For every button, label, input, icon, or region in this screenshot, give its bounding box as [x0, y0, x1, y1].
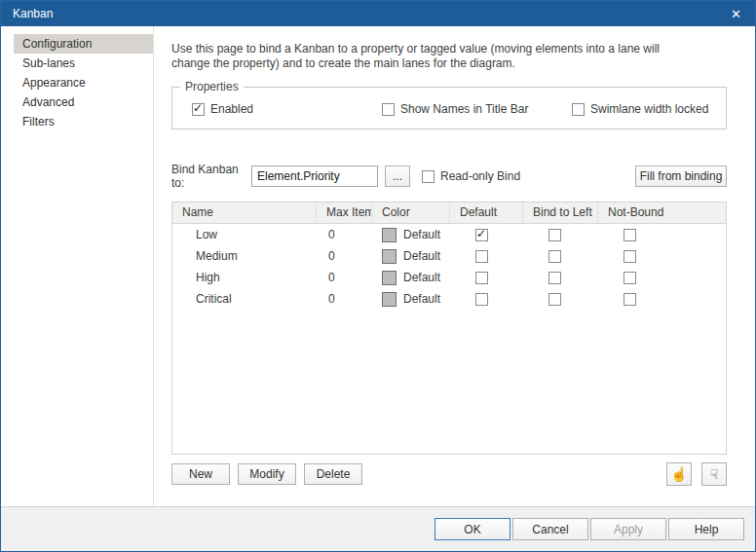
- bind-to-left-checkbox[interactable]: [548, 293, 561, 306]
- swimlane-width-locked-checkbox[interactable]: [572, 103, 585, 116]
- header-color: Color: [372, 202, 450, 223]
- color-swatch: [382, 292, 397, 307]
- default-checkbox[interactable]: [475, 250, 488, 263]
- header-default: Default: [450, 202, 523, 223]
- not-bound-checkbox[interactable]: [624, 229, 636, 241]
- color-label: Default: [403, 228, 440, 241]
- color-swatch: [382, 271, 397, 285]
- bind-kanban-label: Bind Kanban to:: [171, 163, 251, 190]
- fill-from-binding-button[interactable]: Fill from binding: [635, 166, 727, 187]
- hand-up-icon: ☝: [670, 466, 687, 482]
- lane-name: Critical: [172, 292, 317, 306]
- cancel-button[interactable]: Cancel: [512, 518, 588, 540]
- lane-name: Medium: [172, 249, 317, 263]
- read-only-bind-label: Read-only Bind: [440, 169, 520, 183]
- not-bound-checkbox[interactable]: [624, 250, 636, 263]
- hand-up-icon-button[interactable]: ☝: [666, 462, 692, 486]
- header-max-items: Max Items: [317, 202, 372, 223]
- description-line-1: Use this page to bind a Kanban to a prop…: [171, 42, 742, 56]
- enabled-checkbox-label: Enabled: [210, 102, 253, 116]
- new-button[interactable]: New: [171, 463, 230, 485]
- lane-name: High: [172, 271, 317, 284]
- lane-name: Low: [172, 228, 317, 241]
- hand-down-icon: ☟: [710, 466, 719, 482]
- header-bind-to-left: Bind to Left: [523, 202, 598, 223]
- color-swatch: [382, 228, 397, 242]
- properties-group: Properties Enabled Show Names in Title B…: [171, 87, 727, 129]
- modify-button[interactable]: Modify: [238, 463, 296, 485]
- bind-to-left-checkbox[interactable]: [548, 250, 561, 263]
- bind-to-left-checkbox[interactable]: [548, 229, 561, 241]
- sidebar-item-filters[interactable]: Filters: [14, 112, 153, 131]
- lanes-table-header: Name Max Items Color Default Bind to Lef…: [172, 202, 726, 224]
- sidebar-item-appearance[interactable]: Appearance: [14, 73, 153, 92]
- lane-max-items: 0: [317, 292, 372, 306]
- page-description: Use this page to bind a Kanban to a prop…: [171, 42, 742, 71]
- kanban-dialog: Kanban ✕ Configuration Sub-lanes Appeara…: [0, 0, 756, 552]
- sidebar-item-advanced[interactable]: Advanced: [14, 92, 153, 112]
- default-checkbox[interactable]: [475, 272, 488, 284]
- ok-button[interactable]: OK: [435, 518, 510, 540]
- default-checkbox[interactable]: [475, 293, 488, 306]
- sidebar: Configuration Sub-lanes Appearance Advan…: [1, 26, 154, 506]
- bind-kanban-row: Bind Kanban to: ... Read-only Bind Fill …: [171, 165, 727, 188]
- enabled-checkbox[interactable]: [192, 103, 205, 116]
- help-button[interactable]: Help: [668, 518, 744, 540]
- window-title: Kanban: [13, 7, 727, 20]
- header-name: Name: [172, 202, 317, 223]
- color-swatch: [382, 249, 397, 264]
- apply-button[interactable]: Apply: [590, 518, 666, 540]
- browse-button[interactable]: ...: [385, 166, 410, 187]
- show-names-checkbox[interactable]: [382, 103, 395, 116]
- show-names-checkbox-label: Show Names in Title Bar: [400, 102, 528, 116]
- color-label: Default: [403, 292, 440, 306]
- lane-actions: New Modify Delete ☝ ☟: [171, 462, 727, 486]
- close-icon[interactable]: ✕: [727, 7, 745, 21]
- delete-button[interactable]: Delete: [304, 463, 362, 485]
- sidebar-item-configuration[interactable]: Configuration: [14, 34, 153, 54]
- default-checkbox[interactable]: [475, 229, 488, 241]
- hand-down-icon-button[interactable]: ☟: [701, 462, 727, 486]
- description-line-2: change the property) and to create the m…: [171, 56, 742, 71]
- lane-max-items: 0: [317, 271, 372, 284]
- bind-kanban-input[interactable]: [251, 166, 378, 187]
- lane-max-items: 0: [317, 228, 372, 241]
- main-panel: Use this page to bind a Kanban to a prop…: [154, 26, 755, 506]
- header-not-bound: Not-Bound: [598, 202, 726, 223]
- not-bound-checkbox[interactable]: [624, 272, 636, 284]
- table-row[interactable]: Critical 0 Default: [172, 288, 726, 310]
- read-only-bind-checkbox[interactable]: [422, 170, 435, 183]
- table-row[interactable]: High 0 Default: [172, 267, 726, 288]
- properties-group-title: Properties: [180, 80, 244, 93]
- swimlane-width-locked-checkbox-label: Swimlane width locked: [590, 102, 708, 116]
- sidebar-item-sub-lanes[interactable]: Sub-lanes: [14, 54, 153, 73]
- color-label: Default: [403, 271, 440, 284]
- not-bound-checkbox[interactable]: [624, 293, 636, 306]
- dialog-footer: OK Cancel Apply Help: [1, 506, 755, 551]
- bind-to-left-checkbox[interactable]: [548, 272, 561, 284]
- lanes-table: Name Max Items Color Default Bind to Lef…: [171, 202, 727, 455]
- color-label: Default: [403, 249, 440, 263]
- table-row[interactable]: Low 0 Default: [172, 224, 726, 245]
- table-row[interactable]: Medium 0 Default: [172, 245, 726, 267]
- lane-max-items: 0: [317, 249, 372, 263]
- title-bar: Kanban ✕: [1, 1, 755, 26]
